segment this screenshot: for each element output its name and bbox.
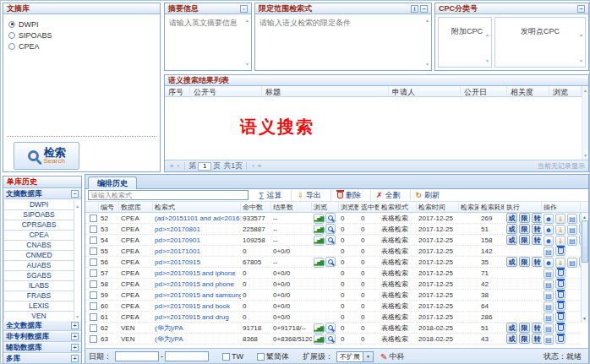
scroll-down-icon[interactable]: ▼: [425, 62, 429, 67]
exec-button-转[interactable]: 转: [532, 235, 542, 245]
abstract-input[interactable]: [166, 15, 250, 69]
grid-column-header[interactable]: 操作: [542, 202, 581, 212]
sheet-icon[interactable]: ▤: [544, 247, 554, 257]
last-page-icon[interactable]: »: [258, 162, 261, 170]
query-link[interactable]: pd>=20170915 and drug: [155, 313, 229, 321]
exec-button-转[interactable]: 转: [532, 334, 542, 344]
scroll-down-icon[interactable]: ▼: [582, 316, 587, 321]
exec-button-转[interactable]: 转: [532, 323, 542, 333]
grid-column-header[interactable]: 浏览: [312, 202, 339, 212]
query-link[interactable]: pd>=20170801: [155, 225, 200, 233]
sidebar-item-ilabs[interactable]: ILABS: [3, 281, 74, 291]
collapse-icon[interactable]: −: [71, 190, 79, 198]
expand-icon[interactable]: +: [71, 344, 79, 351]
sheet-icon[interactable]: ▤: [544, 280, 554, 290]
mark-label[interactable]: 中科: [389, 351, 404, 362]
grid-column-header[interactable]: 命中数: [241, 202, 271, 212]
view-detail-icon[interactable]: [325, 334, 336, 344]
page-number-input[interactable]: [198, 162, 211, 171]
exec-button-转[interactable]: 转: [532, 213, 542, 223]
sheet-icon[interactable]: ▤: [544, 323, 554, 334]
sheet-icon[interactable]: ▤: [544, 334, 554, 345]
sheet-icon[interactable]: ▤: [567, 236, 577, 246]
sidebar-item-lexis[interactable]: LEXIS: [3, 302, 74, 312]
view-chart-icon[interactable]: ▂▅▇: [314, 214, 324, 224]
first-page-icon[interactable]: «: [170, 162, 173, 170]
view-chart-icon[interactable]: ▂▅▇: [314, 258, 324, 268]
sidebar-group[interactable]: 全文数据库+: [3, 320, 81, 331]
date-from-input[interactable]: [115, 351, 159, 361]
sidebar-item-cnmed[interactable]: CNMED: [3, 251, 74, 261]
sidebar-item-cpea[interactable]: CPEA: [3, 231, 74, 241]
row-checkbox[interactable]: [90, 291, 97, 299]
exec-button-或[interactable]: 或: [506, 224, 517, 234]
toolbar-button-删除[interactable]: 删除: [331, 190, 365, 201]
semantic-column-header[interactable]: 相关度: [507, 86, 549, 96]
sheet-icon[interactable]: ▤: [544, 312, 554, 323]
toolbar-button-导出[interactable]: ⇓导出: [291, 190, 325, 201]
row-checkbox[interactable]: [90, 302, 97, 310]
scroll-down-icon[interactable]: ▼: [583, 153, 587, 158]
simplified-checkbox[interactable]: [257, 353, 265, 361]
view-chart-icon[interactable]: ▂▅▇: [314, 236, 324, 246]
analyze-icon[interactable]: ☻: [544, 214, 554, 224]
exec-button-或[interactable]: 或: [506, 213, 517, 223]
scroll-down-icon[interactable]: ▼: [579, 58, 583, 63]
info-icon[interactable]: i: [411, 5, 418, 13]
sidebar-item-dwpi[interactable]: DWPI: [3, 200, 74, 210]
query-link[interactable]: pd>=20170915 and iphone: [155, 269, 236, 277]
grid-column-header[interactable]: 检索时间: [417, 202, 459, 212]
export-icon[interactable]: ⇓: [555, 236, 565, 246]
row-checkbox[interactable]: [90, 335, 97, 343]
sidebar-item-cnabs[interactable]: CNABS: [3, 241, 74, 251]
doc-db-option[interactable]: CPEA: [8, 41, 155, 52]
row-checkbox[interactable]: [90, 324, 97, 332]
expand-icon[interactable]: +: [71, 322, 79, 329]
exec-button-或[interactable]: 或: [506, 323, 517, 333]
exec-button-限[interactable]: 限: [519, 213, 530, 223]
exec-button-转[interactable]: 转: [532, 224, 542, 234]
sheet-icon[interactable]: ▤: [544, 302, 554, 312]
query-link[interactable]: (华为)/PA: [155, 335, 183, 343]
sidebar-group-abstract-db[interactable]: 文摘数据库 −: [3, 188, 81, 199]
exec-button-转[interactable]: 转: [532, 257, 542, 267]
semantic-column-header[interactable]: 公开号: [190, 86, 262, 96]
panel-tool-icon[interactable]: ▫: [240, 5, 248, 13]
scope-input[interactable]: [256, 15, 430, 69]
sidebar-group[interactable]: 辅助数据库+: [3, 342, 81, 353]
export-icon[interactable]: ⇓: [555, 214, 565, 224]
delete-icon[interactable]: [555, 312, 565, 322]
exec-button-限[interactable]: 限: [519, 235, 530, 245]
sidebar-item-sipoabs[interactable]: SIPOABS: [3, 210, 74, 220]
query-link[interactable]: pd>=20170915 and book: [155, 302, 230, 310]
query-link[interactable]: pd>=20171001: [155, 247, 200, 255]
sidebar-item-cprsabs[interactable]: CPRSABS: [3, 220, 74, 231]
radio-icon[interactable]: [8, 43, 15, 50]
invention-cpc-box[interactable]: 发明点CPC ▲ ▼: [494, 17, 586, 68]
expand-select[interactable]: 不扩展 ▼: [336, 351, 374, 362]
scroll-up-icon[interactable]: ▲: [245, 18, 249, 23]
view-detail-icon[interactable]: [325, 257, 336, 267]
tab-history[interactable]: 编排历史: [88, 177, 137, 189]
sidebar-item-frabs[interactable]: FRABS: [3, 291, 74, 302]
query-link[interactable]: pd>=20170901: [155, 236, 200, 244]
delete-icon[interactable]: [555, 290, 565, 300]
row-checkbox[interactable]: [90, 280, 97, 288]
toolbar-button-全删[interactable]: ✗全删: [370, 190, 405, 201]
history-grid-scrollbar[interactable]: ▲ ▼: [581, 213, 588, 323]
semantic-column-header[interactable]: 申请人: [389, 86, 461, 96]
analyze-icon[interactable]: ☻: [544, 258, 554, 268]
query-link[interactable]: pd>=20170915: [155, 258, 200, 266]
grid-column-header[interactable]: 检索耗时..: [479, 202, 505, 212]
delete-icon[interactable]: [555, 246, 565, 256]
semantic-column-header[interactable]: 序号: [165, 86, 190, 96]
grid-column-header[interactable]: 数据库: [119, 202, 153, 212]
semantic-column-header[interactable]: 标题: [262, 86, 389, 96]
grid-column-header[interactable]: 执行: [505, 202, 542, 212]
analyze-icon[interactable]: ☻: [544, 236, 554, 246]
row-checkbox[interactable]: [90, 258, 97, 266]
query-link[interactable]: pd>=20170915 and samsung: [155, 291, 241, 299]
toolbar-button-运算[interactable]: ∑运算: [254, 190, 286, 201]
view-detail-icon[interactable]: [325, 213, 336, 223]
delete-icon[interactable]: [555, 334, 565, 344]
